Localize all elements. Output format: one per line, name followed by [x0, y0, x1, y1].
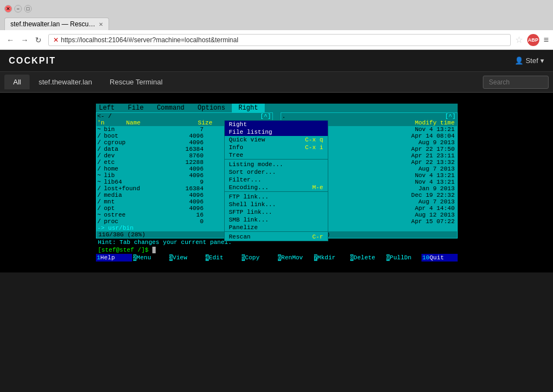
left-nav-bracket: [^] — [260, 113, 271, 120]
close-button[interactable]: ✕ — [4, 5, 12, 13]
browser-tab[interactable]: stef.thewalter.lan — Rescu… ✕ — [4, 18, 109, 30]
item-label: Info — [229, 144, 243, 151]
dropdown-item-rescan[interactable]: Rescan C-r — [225, 233, 328, 241]
fkey-10[interactable]: 10Quit — [421, 254, 458, 262]
title-bar-buttons: ✕ − □ — [4, 5, 32, 13]
dropdown-item-filter[interactable]: Filter... — [225, 176, 328, 184]
fkey-2[interactable]: 2Menu — [132, 254, 168, 262]
left-status-text: 11G/38G (28%) — [99, 231, 146, 238]
forward-button[interactable]: → — [19, 35, 31, 46]
nav-tabs: All stef.thewalter.lan Rescue Terminal — [0, 72, 553, 93]
mc-top-menu: Left File Command Options Right — [96, 104, 458, 112]
mc-function-keys: 1Help 2Menu 3View 4Edit 5Copy 6RenMov 7M… — [96, 254, 458, 262]
cockpit-header: COCKPIT 👤 Stef ▾ — [0, 50, 553, 72]
cockpit-logo: COCKPIT — [9, 56, 515, 66]
search-input[interactable] — [483, 76, 549, 89]
lh-num: 'n — [98, 120, 127, 126]
mc-menu-right[interactable]: Right — [232, 104, 265, 112]
dropdown-item-listing-mode[interactable]: Listing mode... — [225, 161, 328, 168]
item-label: File listing — [229, 129, 272, 135]
cursor — [152, 247, 156, 253]
dropdown-item-info[interactable]: Info C-x i — [225, 144, 328, 151]
maximize-button[interactable]: □ — [24, 5, 32, 13]
dropdown-item-sort-order[interactable]: Sort order... — [225, 168, 328, 176]
mc-menu-options[interactable]: Options — [191, 104, 232, 112]
tab-all[interactable]: All — [4, 75, 30, 89]
user-icon: 👤 — [515, 56, 523, 65]
fkey-9[interactable]: 9PullDn — [385, 254, 421, 262]
back-button[interactable]: ← — [4, 35, 16, 46]
dropdown-item-quick-view[interactable]: Quick view C-x q — [225, 136, 328, 144]
item-shortcut: C-x q — [305, 137, 323, 143]
item-shortcut: C-x i — [305, 144, 323, 151]
dropdown-item-ftp[interactable]: FTP link... — [225, 193, 328, 201]
fkey-1[interactable]: 1Help — [96, 254, 132, 262]
dropdown-title: Right — [225, 121, 328, 128]
left-panel-nav: <- / [^] — [96, 113, 272, 120]
mc-menu-command[interactable]: Command — [150, 104, 191, 112]
right-panel-nav: . [^] — [281, 113, 457, 120]
lh-name: Name — [126, 120, 184, 126]
security-lock-icon: ✕ — [53, 36, 59, 44]
item-label: Rescan — [229, 234, 251, 240]
tab-bar: stef.thewalter.lan — Rescu… ✕ — [0, 18, 553, 30]
dropdown-item-tree[interactable]: Tree — [225, 151, 328, 159]
minimize-button[interactable]: − — [14, 5, 22, 13]
left-nav-back: <- / — [98, 113, 112, 120]
title-bar: ✕ − □ — [0, 0, 553, 18]
dropdown-item-encoding[interactable]: Encoding... M-e — [225, 184, 328, 191]
address-bar: ← → ↻ ✕ https://localhost:21064/#/server… — [0, 30, 553, 50]
dropdown-item-panelize[interactable]: Panelize — [225, 224, 328, 231]
right-dropdown-menu[interactable]: Right File listing Quick view C-x q Info… — [224, 120, 328, 241]
fkey-6[interactable]: 6RenMov — [277, 254, 313, 262]
cockpit-user[interactable]: 👤 Stef ▾ — [515, 56, 544, 65]
url-bar[interactable]: ✕ https://localhost:21064/#/server?machi… — [48, 34, 511, 46]
dropdown-item-smb[interactable]: SMB link... — [225, 216, 328, 224]
user-dropdown-icon: ▾ — [540, 56, 544, 65]
fkey-3[interactable]: 3View — [168, 254, 204, 262]
username: Stef — [526, 56, 538, 65]
lh-size: Size — [184, 120, 213, 126]
fkey-7[interactable]: 7Mkdir — [313, 254, 349, 262]
tab-title: stef.thewalter.lan — Rescu… — [10, 20, 95, 28]
mc-menu-left[interactable]: Left — [96, 104, 122, 112]
tab-rescue[interactable]: Rescue Terminal — [101, 75, 172, 89]
dropdown-item-file-listing[interactable]: File listing — [225, 128, 328, 136]
item-shortcut: M-e — [312, 184, 323, 191]
mc-menu-file[interactable]: File — [121, 104, 150, 112]
right-nav-dot: . — [282, 113, 286, 120]
tab-close-icon[interactable]: ✕ — [99, 21, 103, 27]
item-label: Tree — [229, 152, 243, 158]
mc-container[interactable]: Left File Command Options Right <- / [^]… — [96, 104, 458, 262]
item-label: Encoding... — [229, 184, 269, 191]
browser-chrome: ✕ − □ stef.thewalter.lan — Rescu… ✕ ← → … — [0, 0, 553, 50]
item-shortcut: C-r — [312, 234, 323, 240]
adblock-button[interactable]: ABP — [527, 34, 539, 46]
fkey-8[interactable]: 8Delete — [349, 254, 385, 262]
terminal-area: Left File Command Options Right <- / [^]… — [0, 93, 553, 272]
mc-wrapper: Left File Command Options Right <- / [^]… — [96, 104, 458, 262]
nav-buttons: ← → ↻ — [4, 35, 44, 46]
right-nav-bracket: [^] — [445, 113, 456, 120]
reload-button[interactable]: ↻ — [33, 35, 44, 46]
item-label: Quick view — [229, 137, 265, 143]
tab-host[interactable]: stef.thewalter.lan — [30, 75, 101, 89]
fkey-5[interactable]: 5Copy — [241, 254, 277, 262]
browser-menu-icon[interactable]: ≡ — [544, 35, 549, 45]
fkey-4[interactable]: 4Edit — [204, 254, 241, 262]
dropdown-item-sftp[interactable]: SFTP link... — [225, 208, 328, 216]
dropdown-item-shell[interactable]: Shell link... — [225, 201, 328, 208]
mc-prompt[interactable]: [stef@stef /]$ — [96, 246, 458, 254]
prompt-text: [stef@stef /]$ — [98, 247, 152, 253]
bookmark-icon[interactable]: ☆ — [515, 35, 523, 45]
url-text: https://localhost:21064/#/server?machine… — [61, 36, 238, 44]
mc-panels-area: <- / [^] 'n Name Size Modify time ~bin7N… — [96, 112, 458, 238]
